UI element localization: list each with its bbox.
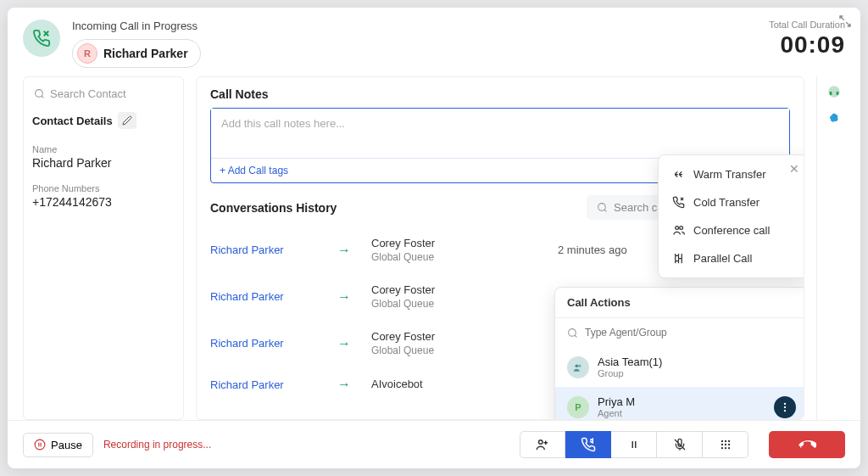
agent-row[interactable]: Asia Team(1) Group	[555, 347, 804, 387]
svg-point-6	[784, 406, 786, 407]
freshdesk-icon[interactable]	[826, 83, 843, 100]
svg-point-15	[727, 440, 729, 442]
pause-button[interactable]: Pause	[23, 433, 93, 457]
header-info: Incoming Call in Progress R Richard Park…	[72, 20, 757, 68]
agent-type: Agent	[598, 408, 765, 418]
conv-queue: Global Queue	[371, 298, 541, 310]
call-notes-input[interactable]	[211, 109, 789, 154]
end-call-button[interactable]	[769, 431, 845, 458]
parallel-call-item[interactable]: Parallel Call	[659, 244, 804, 272]
main-panel: Call Notes + Add Call tags Conversations…	[196, 76, 804, 420]
svg-point-12	[539, 440, 543, 445]
salesforce-icon[interactable]	[826, 110, 843, 127]
add-participant-button[interactable]	[520, 431, 565, 458]
call-actions-title: Call Actions	[555, 288, 804, 318]
conv-to: Corey Foster	[371, 330, 541, 343]
svg-point-4	[578, 364, 581, 367]
svg-point-5	[784, 402, 786, 404]
arrow-right-icon: →	[337, 336, 371, 351]
svg-point-17	[724, 444, 726, 445]
contact-sidebar: Search Contact Contact Details Name Rich…	[23, 76, 184, 420]
svg-point-9	[680, 227, 683, 230]
call-footer: Pause Recording in progress...	[8, 420, 860, 468]
more-icon[interactable]	[774, 396, 796, 418]
dialpad-button[interactable]	[703, 431, 748, 458]
transfer-menu: ✕ Warm Transfer Cold Transfer Conference…	[658, 154, 804, 278]
contact-avatar: R	[77, 43, 97, 64]
svg-point-18	[727, 444, 729, 445]
call-notes-title: Call Notes	[210, 87, 790, 101]
conference-call-item[interactable]: Conference call	[659, 216, 804, 244]
call-modal: Incoming Call in Progress R Richard Park…	[8, 8, 860, 468]
incoming-call-icon	[23, 20, 60, 57]
svg-point-11	[35, 440, 45, 450]
agent-row[interactable]: P Priya M Agent	[555, 387, 804, 420]
close-icon[interactable]: ✕	[789, 162, 799, 176]
duration-value: 00:09	[769, 31, 845, 59]
conversations-title: Conversations History	[210, 201, 337, 215]
call-header: Incoming Call in Progress R Richard Park…	[8, 8, 860, 76]
call-status: Incoming Call in Progress	[72, 20, 757, 32]
cold-transfer-item[interactable]: Cold Transfer	[659, 188, 804, 216]
transfer-button[interactable]	[565, 431, 611, 458]
duration-label: Total Call Duration	[769, 20, 845, 30]
contact-chip[interactable]: R Richard Parker	[72, 39, 201, 68]
right-rail	[816, 76, 850, 420]
hold-button[interactable]	[611, 431, 657, 458]
svg-point-21	[727, 447, 729, 449]
name-value: Richard Parker	[32, 156, 175, 170]
agent-name: Priya M	[598, 395, 765, 408]
expand-icon[interactable]	[838, 14, 852, 28]
svg-point-1	[598, 204, 606, 211]
conv-queue: Global Queue	[371, 251, 541, 263]
call-actions-popup: Call Actions Asia Team(1) Group P	[554, 287, 804, 420]
svg-point-8	[676, 227, 679, 230]
mute-button[interactable]	[657, 431, 703, 458]
conv-from: Richard Parker	[210, 290, 337, 303]
conv-queue: Global Queue	[371, 344, 541, 356]
search-contact-input[interactable]: Search Contact	[32, 86, 175, 109]
conv-from: Richard Parker	[210, 337, 337, 350]
call-actions-search-input[interactable]	[585, 327, 796, 339]
recording-status: Recording in progress...	[103, 439, 509, 451]
call-controls	[520, 431, 748, 458]
svg-point-16	[721, 444, 722, 445]
arrow-right-icon: →	[337, 377, 371, 392]
svg-point-3	[576, 364, 579, 367]
conv-to: Corey Foster	[371, 283, 541, 296]
group-avatar	[567, 356, 589, 378]
svg-point-0	[36, 90, 43, 98]
contact-details-title: Contact Details	[32, 112, 175, 129]
agent-type: Group	[598, 368, 796, 378]
edit-icon[interactable]	[118, 112, 136, 129]
conv-from: Richard Parker	[210, 244, 337, 256]
call-actions-search[interactable]	[555, 318, 804, 347]
duration-block: Total Call Duration 00:09	[769, 20, 845, 59]
pause-icon	[34, 439, 46, 451]
search-placeholder: Search Contact	[50, 87, 126, 100]
svg-point-19	[721, 447, 722, 449]
warm-transfer-item[interactable]: Warm Transfer	[659, 160, 804, 188]
agent-avatar: P	[567, 396, 589, 418]
svg-point-2	[569, 328, 576, 336]
conv-to: Corey Foster	[371, 237, 541, 249]
conv-from: Richard Parker	[210, 378, 337, 391]
contact-name: Richard Parker	[103, 47, 188, 60]
svg-point-14	[724, 440, 726, 442]
conv-to: AIvoicebot	[371, 378, 541, 390]
agent-name: Asia Team(1)	[598, 356, 796, 368]
name-label: Name	[32, 144, 175, 154]
phone-label: Phone Numbers	[32, 183, 175, 193]
phone-value: +17244142673	[32, 195, 175, 209]
arrow-right-icon: →	[337, 243, 371, 258]
svg-point-20	[724, 447, 726, 449]
svg-point-7	[784, 409, 786, 411]
svg-point-13	[721, 440, 722, 442]
arrow-right-icon: →	[337, 289, 371, 305]
